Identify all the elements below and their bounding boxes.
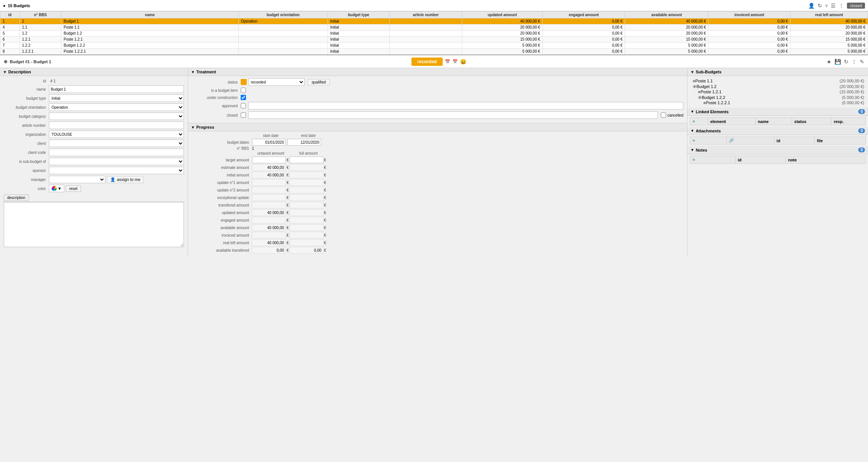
notes-section-header[interactable]: ▼ Notes 0 (687, 146, 868, 154)
exceptional-full-input[interactable] (290, 194, 323, 201)
initial-full-input[interactable] (290, 172, 323, 178)
sub-budget-select[interactable] (49, 158, 184, 165)
emoji-btn[interactable]: 😀 (460, 59, 466, 65)
att-add-icon[interactable]: + (692, 138, 695, 143)
real-left-full-input[interactable] (290, 239, 323, 246)
budget-type-select[interactable]: Initial (49, 94, 184, 102)
table-row[interactable]: 61.2.1Poste 1.2.1Initial15 000,00 €0,00 … (0, 36, 868, 43)
estimate-full-input[interactable] (290, 164, 323, 171)
initial-untaxed-input[interactable] (252, 172, 286, 178)
table-row[interactable]: 11Budget 1OperationInitial40 000,00 €0,0… (0, 18, 868, 24)
filter-btn[interactable]: ▿ (825, 3, 828, 9)
real-left-untaxed-input[interactable] (252, 239, 286, 246)
attachments-section-header[interactable]: ▼ Attachments 0 (687, 127, 868, 135)
reset-color-button[interactable]: reset (66, 185, 81, 192)
update2-untaxed-input[interactable] (252, 187, 286, 193)
columns-btn[interactable]: ☰ (831, 3, 836, 9)
save-btn[interactable]: 💾 (835, 59, 841, 65)
cancelled-checkbox[interactable] (661, 112, 666, 118)
update1-full-input[interactable] (290, 179, 323, 186)
bbs-value: 1 (252, 146, 254, 150)
id-value: # 1 (49, 78, 184, 84)
update1-untaxed-input[interactable] (252, 179, 286, 186)
invoiced-untaxed-input[interactable] (252, 232, 286, 239)
available-full-input[interactable] (290, 224, 323, 231)
table-row[interactable]: 81.2.2.1Poste 1.2.2.1Initial5 000,00 €0,… (0, 49, 868, 55)
recorded-button[interactable]: recorded (411, 58, 443, 66)
closed-date-input[interactable] (248, 111, 658, 119)
budget-dates-label: budget dates (192, 140, 252, 144)
linked-add-icon[interactable]: + (692, 119, 695, 124)
organization-select[interactable]: TOULOUSE (49, 131, 184, 138)
transfered-untaxed-input[interactable] (252, 202, 286, 208)
table-cell: 5 000,00 € (790, 49, 868, 55)
assign-to-me-button[interactable]: 👤 assign to me (107, 176, 144, 183)
qualified-button[interactable]: qualified (308, 79, 330, 85)
closed-checkbox[interactable] (241, 112, 246, 118)
table-row[interactable]: 41.1Poste 1.1Initial20 000,00 €0,00 €20 … (0, 24, 868, 30)
engaged-full-input[interactable] (290, 217, 323, 223)
calendar1-btn[interactable]: 📅 (445, 59, 450, 64)
under-construction-row: under construction (192, 95, 683, 100)
transfered-full-input[interactable] (290, 202, 323, 208)
table-row[interactable]: 51.2Budget 1.2Initial20 000,00 €0,00 €20… (0, 30, 868, 36)
progress-section-header[interactable]: ▼ Progress (188, 123, 687, 131)
available-untaxed-input[interactable] (252, 224, 286, 231)
att-link-col: 🔗 (726, 137, 774, 144)
avail-trans-full-input[interactable] (290, 247, 323, 254)
updated-full-input[interactable] (290, 209, 323, 216)
budget-orientation-row: budget orientation Operation (4, 103, 184, 111)
approved-date-input[interactable] (248, 102, 683, 109)
name-input[interactable] (49, 85, 184, 93)
linked-section-header[interactable]: ▼ Linked Elements 0 (687, 108, 868, 116)
sub-budget-item[interactable]: ◉ Budget 1.2(20 000,00 €) (691, 84, 864, 89)
sub-budget-item[interactable]: ◉ Budget 1.2.2(5 000,00 €) (691, 94, 864, 100)
calendar2-btn[interactable]: 📅 (452, 59, 458, 64)
target-untaxed-input[interactable] (252, 157, 286, 163)
update2-full-input[interactable] (290, 187, 323, 193)
grid-scroll[interactable]: id n° BBS name budget orientation budget… (0, 11, 868, 55)
sub-budget-item[interactable]: ■ Poste 1.2.1(15 000,00 €) (691, 89, 864, 94)
notes-badge: 0 (858, 147, 865, 152)
exceptional-untaxed-input[interactable] (252, 194, 286, 201)
color-picker-button[interactable]: ▼ (49, 185, 64, 192)
client-code-input[interactable] (49, 149, 184, 156)
treatment-section-header[interactable]: ▼ Treatment (188, 68, 687, 76)
client-select[interactable] (49, 140, 184, 147)
notes-add-icon[interactable]: + (692, 157, 695, 163)
table-row[interactable]: 71.2.2Budget 1.2.2Initial5 000,00 €0,00 … (0, 43, 868, 49)
start-date-input[interactable] (252, 139, 286, 146)
under-construction-checkbox[interactable] (241, 95, 246, 100)
refresh-btn[interactable]: ↻ (818, 3, 822, 9)
target-full-input[interactable] (290, 157, 323, 163)
person-btn[interactable]: 👤 (808, 3, 815, 9)
article-number-input[interactable] (49, 122, 184, 129)
more2-btn[interactable]: ⋮ (851, 59, 857, 65)
manager-select[interactable] (49, 176, 105, 183)
estimate-untaxed-input[interactable] (252, 164, 286, 171)
description-tab[interactable]: description (4, 195, 29, 201)
status-select[interactable]: recorded (248, 78, 305, 86)
sub-budget-item[interactable]: ■ Poste 1.1(20 000,00 €) (691, 78, 864, 84)
sub-budget-item[interactable]: ■ Poste 1.2.2.1(5 000,00 €) (691, 100, 864, 105)
invoiced-full-input[interactable] (290, 232, 323, 239)
sub-budgets-section-header[interactable]: ▼ Sub-Budgets (687, 68, 868, 76)
engaged-untaxed-input[interactable] (252, 217, 286, 223)
approved-checkbox[interactable] (241, 103, 246, 108)
table-cell: 20 000,00 € (462, 24, 543, 30)
description-textarea[interactable] (4, 202, 184, 247)
bookmark-btn[interactable]: ★ (827, 59, 832, 65)
updated-untaxed-input[interactable] (252, 209, 286, 216)
description-section-header[interactable]: ▼ Description (0, 68, 188, 76)
more-btn[interactable]: ⋮ (839, 3, 844, 9)
sponsor-select[interactable] (49, 167, 184, 174)
edit-btn[interactable]: ✎ (860, 59, 864, 65)
table-cell (390, 18, 462, 24)
is-budget-item-checkbox[interactable] (241, 88, 246, 93)
refresh2-btn[interactable]: ↻ (844, 59, 848, 65)
budget-orientation-select[interactable]: Operation (49, 103, 184, 111)
progress-form: start date end date budget dates n° BBS … (188, 131, 687, 257)
end-date-input[interactable] (287, 139, 321, 146)
budget-category-select[interactable] (49, 112, 184, 120)
avail-trans-untaxed-input[interactable] (252, 247, 286, 254)
